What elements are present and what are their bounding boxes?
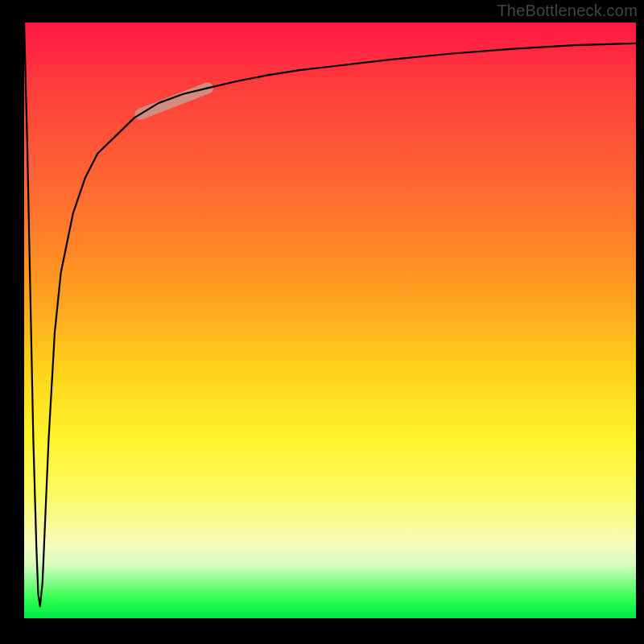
watermark-text: TheBottleneck.com [497, 2, 638, 20]
chart-svg [24, 23, 636, 618]
highlight-segment [140, 88, 208, 114]
curve-path [24, 23, 636, 606]
